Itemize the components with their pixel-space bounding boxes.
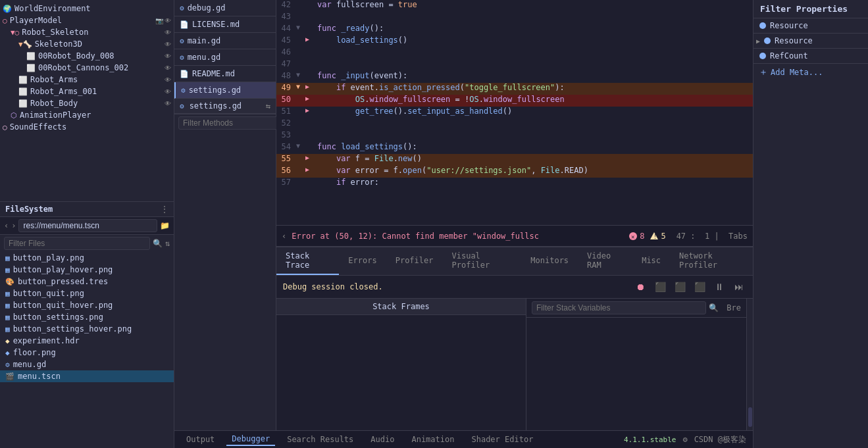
tree-item-robot-arms[interactable]: ⬜ Robot_Arms 👁: [0, 74, 174, 86]
file-item[interactable]: ▦ button_quit.png: [0, 287, 174, 299]
file-tab-readme[interactable]: 📄 README.md: [174, 66, 276, 82]
tree-item-robot-arms-001[interactable]: ⬜ Robot_Arms_001 👁: [0, 86, 174, 97]
resource-section-1[interactable]: Resource: [753, 18, 868, 34]
file-item[interactable]: ◆ experiment.hdr: [0, 335, 174, 347]
node-icon: ⬜: [18, 99, 28, 108]
file-item[interactable]: ▦ button_quit_hover.png: [0, 299, 174, 311]
file-tab-settings-gd[interactable]: ⚙ settings.gd: [174, 82, 276, 99]
right-panel: Filter Properties Resource ▶ Resource Re…: [753, 0, 868, 448]
scrollbar[interactable]: [746, 299, 753, 430]
file-item[interactable]: 🎨 button_pressed.tres: [0, 276, 174, 287]
file-name: button_quit_hover.png: [13, 301, 113, 310]
tree-item-00robot-cannons[interactable]: ⬜ 00Robot_Cannons_002 👁: [0, 62, 174, 74]
tree-item-label: Robot_Skeleton: [22, 28, 165, 37]
resource-section-2[interactable]: ▶ Resource: [753, 34, 868, 49]
filter-methods-input[interactable]: [178, 116, 286, 130]
tab-visual-profiler[interactable]: Visual Profiler: [442, 247, 521, 275]
node-icon: ▼🦴: [18, 40, 32, 49]
pause-btn[interactable]: ⏸: [712, 280, 727, 294]
error-count-num: 8: [640, 232, 644, 241]
transfer-icon[interactable]: ⇆: [266, 101, 270, 111]
tab-stack-trace[interactable]: Stack Trace: [276, 247, 339, 275]
file-tab-license[interactable]: 📄 LICENSE.md: [174, 16, 276, 33]
code-editor[interactable]: 42 var fullscreen = true 43 44: [276, 0, 753, 225]
tab-monitors[interactable]: Monitors: [521, 252, 578, 270]
file-item[interactable]: ◆ floor.png: [0, 347, 174, 359]
path-input[interactable]: [18, 219, 157, 232]
eye-icon: 👁: [165, 88, 171, 95]
search-icon[interactable]: 🔍: [153, 239, 163, 248]
file-name: button_play_hover.png: [13, 265, 113, 274]
step-over-btn[interactable]: ⬛: [673, 280, 687, 294]
tab-misc[interactable]: Misc: [632, 252, 670, 270]
file-icon: ◆: [5, 337, 10, 345]
tree-item-animationplayer[interactable]: ⬡ AnimationPlayer: [0, 109, 174, 121]
filter-stack-vars-input[interactable]: [532, 301, 706, 314]
eye-icon: 👁: [165, 76, 171, 84]
tab-audio[interactable]: Audio: [365, 434, 399, 445]
stop-btn[interactable]: ⏭: [732, 280, 746, 294]
tab-animation[interactable]: Animation: [406, 434, 459, 445]
tree-item-soundeffects[interactable]: ○ SoundEffects: [0, 121, 174, 133]
tree-item-skeleton3d[interactable]: ▼🦴 Skeleton3D 👁: [0, 38, 174, 50]
eye-icon: 👁: [165, 41, 171, 48]
file-icon: ▦: [5, 289, 10, 298]
plus-icon: ＋: [759, 66, 768, 78]
tab-errors[interactable]: Errors: [339, 252, 386, 270]
tab-network-profiler[interactable]: Network Profiler: [670, 247, 753, 275]
code-line-47: 47: [276, 59, 753, 71]
step-in-btn[interactable]: ⬛: [692, 280, 707, 294]
search-icon[interactable]: 🔍: [709, 303, 719, 312]
warning-icon: !: [650, 232, 659, 241]
record-btn[interactable]: ⏺: [633, 280, 648, 294]
tab-debugger[interactable]: Debugger: [226, 433, 275, 446]
step-btn[interactable]: ⬛: [653, 280, 667, 294]
file-item[interactable]: ▦ button_play.png: [0, 252, 174, 264]
warning-count-num: 5: [661, 232, 665, 241]
filter-files-input[interactable]: [4, 237, 150, 250]
tab-icon: ⚙: [180, 37, 184, 45]
eye-icon: 👁: [165, 17, 171, 24]
folder-icon[interactable]: 📁: [160, 221, 170, 230]
file-icon: ▦: [5, 301, 10, 310]
tab-profiler[interactable]: Profiler: [386, 252, 443, 270]
tab-shader-editor[interactable]: Shader Editor: [466, 434, 538, 445]
tab-output[interactable]: Output: [181, 434, 220, 445]
branding-label: CSDN @极客染: [694, 434, 746, 445]
file-name: menu.tscn: [18, 372, 61, 381]
tree-item-playermodel[interactable]: ○ PlayerModel 📷 👁: [0, 14, 174, 26]
scene-tree: 🌍 WorldEnvironment ○ PlayerModel 📷 👁 ▼○ …: [0, 0, 174, 201]
tree-item-worldenvironment[interactable]: 🌍 WorldEnvironment: [0, 3, 174, 14]
file-item[interactable]: ▦ button_settings.png: [0, 311, 174, 323]
file-list: ▦ button_play.png ▦ button_play_hover.pn…: [0, 252, 174, 448]
file-item[interactable]: ▦ button_play_hover.png: [0, 264, 174, 276]
expand-arrow: ▶: [756, 37, 760, 45]
more-icon[interactable]: ⋮: [161, 205, 168, 214]
file-tab-menu-gd[interactable]: ⚙ menu.gd: [174, 49, 276, 66]
tab-search-results[interactable]: Search Results: [282, 434, 359, 445]
debug-controls: ⏺ ⬛ ⬛ ⬛ ⏸ ⏭: [633, 280, 746, 294]
bottom-bar: Output Debugger Search Results Audio Ani…: [174, 430, 753, 448]
file-tab-main-gd[interactable]: ⚙ main.gd: [174, 33, 276, 49]
add-meta-button[interactable]: ＋ Add Meta...: [753, 64, 868, 81]
tree-item-robot-body[interactable]: ⬜ Robot_Body 👁: [0, 97, 174, 109]
sort-icon[interactable]: ⇅: [165, 239, 170, 248]
tree-item-00robot-body[interactable]: ⬜ 00Robot_Body_008 👁: [0, 50, 174, 62]
scroll-thumb[interactable]: [748, 407, 752, 427]
file-item[interactable]: ⚙ menu.gd: [0, 359, 174, 370]
collapse-btn[interactable]: ‹: [282, 232, 286, 241]
nav-forward-icon[interactable]: ›: [11, 221, 16, 230]
file-name: menu.gd: [13, 360, 47, 369]
error-count: ✕ 8: [628, 232, 644, 241]
refcount-section[interactable]: RefCount: [753, 49, 868, 64]
tab-video-ram[interactable]: Video RAM: [578, 247, 632, 275]
settings-icon[interactable]: ⚙: [682, 435, 687, 444]
file-tab-debug-gd[interactable]: ⚙ debug.gd: [174, 0, 276, 16]
files-sidebar: ⚙ debug.gd 📄 LICENSE.md ⚙ main.gd ⚙ menu…: [174, 0, 276, 430]
tab-label: menu.gd: [188, 53, 221, 62]
file-item[interactable]: ▦ button_settings_hover.png: [0, 323, 174, 335]
file-item-menu-tscn[interactable]: 🎬 menu.tscn: [0, 370, 174, 382]
tree-item-robot-skeleton[interactable]: ▼○ Robot_Skeleton 👁: [0, 26, 174, 38]
current-file-bar: ⚙ settings.gd ⇆: [174, 99, 276, 114]
nav-back-icon[interactable]: ‹: [4, 221, 9, 230]
